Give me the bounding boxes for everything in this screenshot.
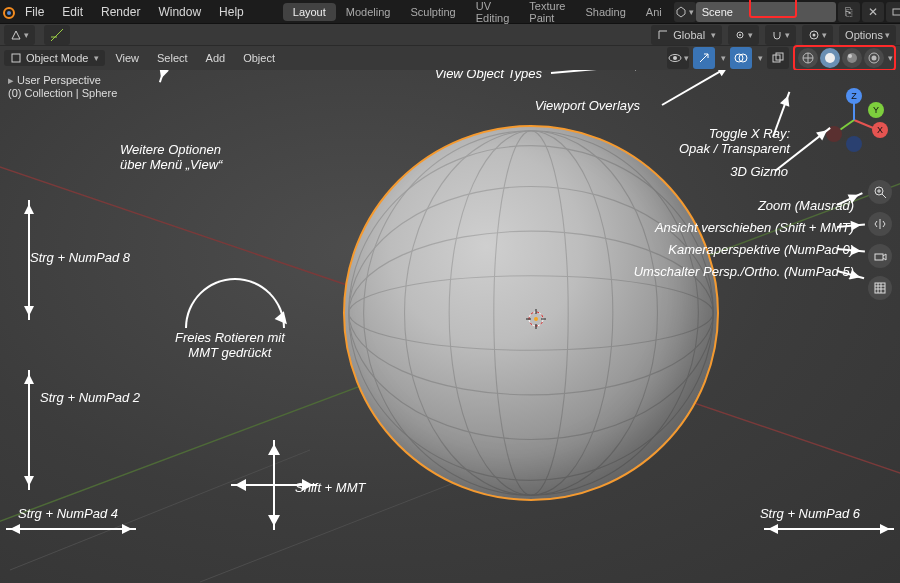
- shading-material-icon[interactable]: [842, 48, 862, 68]
- 3d-cursor-icon: [524, 307, 548, 331]
- shading-rendered-icon[interactable]: [864, 48, 884, 68]
- axis-neg2[interactable]: [846, 136, 862, 152]
- arrow-numpad6: [764, 528, 894, 530]
- tab-texture-paint[interactable]: Texture Paint: [519, 0, 575, 27]
- menu-edit[interactable]: Edit: [53, 5, 92, 19]
- overlays-dropdown[interactable]: ▾: [758, 53, 763, 63]
- svg-rect-2: [893, 9, 900, 15]
- svg-rect-7: [12, 54, 20, 62]
- tab-shading[interactable]: Shading: [575, 3, 635, 21]
- viewport-3d[interactable]: ▸User Perspective (0) Collection | Spher…: [0, 70, 900, 583]
- svg-point-34: [534, 317, 538, 321]
- new-scene-icon[interactable]: ⎘: [838, 2, 860, 22]
- proportional-edit-icon[interactable]: ▾: [802, 25, 833, 45]
- navigation-gizmo[interactable]: Z Y X: [826, 92, 882, 148]
- scene-name-input[interactable]: [696, 2, 836, 22]
- anno-numpad4: Strg + NumPad 4: [18, 506, 118, 521]
- tab-sculpting[interactable]: Sculpting: [400, 3, 465, 21]
- menu-select[interactable]: Select: [149, 49, 196, 67]
- anno-numpad2: Strg + NumPad 2: [40, 390, 140, 405]
- anno-rotate: Freies Rotieren mit MMT gedrückt: [175, 330, 285, 360]
- shading-solid-icon[interactable]: [820, 48, 840, 68]
- menu-view[interactable]: View: [107, 49, 147, 67]
- xray-toggle-icon[interactable]: [767, 47, 789, 69]
- viewport-header-row: ▾ Global▾ ▾ ▾ ▾ Options▾: [0, 24, 900, 46]
- delete-scene-icon[interactable]: ✕: [862, 2, 884, 22]
- anno-view-menu-hint: Weitere Optionen über Menü „View“: [120, 142, 222, 172]
- object-visibility-icon[interactable]: ▾: [667, 47, 689, 69]
- svg-point-6: [813, 33, 816, 36]
- transform-orientation[interactable]: Global▾: [651, 25, 722, 45]
- anno-numpad8: Strg + NumPad 8: [30, 250, 130, 265]
- view-layer-icon[interactable]: [886, 2, 900, 22]
- menu-window[interactable]: Window: [149, 5, 210, 19]
- perspective-label: ▸User Perspective (0) Collection | Spher…: [8, 74, 117, 99]
- anno-camera: Kameraperspektive (NumPad 0): [668, 242, 854, 257]
- mode-selector[interactable]: Object Mode▾: [4, 50, 105, 66]
- arrow-numpad2: [28, 370, 30, 490]
- workspace-tabs: Layout Modeling Sculpting UV Editing Tex…: [283, 0, 672, 27]
- axis-x-icon[interactable]: X: [872, 122, 888, 138]
- snap-icon[interactable]: ▾: [765, 25, 796, 45]
- menu-file[interactable]: File: [16, 5, 53, 19]
- menu-render[interactable]: Render: [92, 5, 149, 19]
- blender-logo-icon: [0, 0, 16, 24]
- orientation-icon[interactable]: [44, 25, 70, 45]
- axis-z-icon[interactable]: Z: [846, 88, 862, 104]
- svg-point-4: [739, 34, 741, 36]
- scene-selector: ▾ ⎘ ✕: [672, 2, 900, 22]
- perspective-toggle-icon[interactable]: [868, 276, 892, 300]
- anno-viewport-overlays: Viewport Overlays: [535, 98, 640, 113]
- top-menu-bar: File Edit Render Window Help Layout Mode…: [0, 0, 900, 24]
- svg-rect-40: [875, 283, 885, 293]
- tab-modeling[interactable]: Modeling: [336, 3, 401, 21]
- anno-shiftmmt: Shift + MMT: [295, 480, 365, 495]
- shading-options-dropdown[interactable]: ▾: [888, 53, 893, 63]
- editor-type-icon[interactable]: ▾: [4, 25, 35, 45]
- svg-point-1: [7, 11, 11, 15]
- svg-rect-39: [875, 254, 883, 260]
- gizmos-toggle-icon[interactable]: [693, 47, 715, 69]
- viewport-subheader: Object Mode▾ View Select Add Object ▾ ▾ …: [0, 46, 900, 70]
- options-dropdown[interactable]: Options▾: [839, 25, 896, 45]
- svg-point-16: [847, 53, 857, 63]
- camera-icon[interactable]: [868, 244, 892, 268]
- viewport-side-buttons: [868, 180, 892, 300]
- anno-persp: Umschalter Persp./Ortho. (NumPad 5): [634, 264, 854, 279]
- anno-zoom: Zoom (Mausrad): [758, 198, 854, 213]
- svg-point-17: [848, 54, 852, 58]
- menu-object[interactable]: Object: [235, 49, 283, 67]
- overlays-toggle-icon[interactable]: [730, 47, 752, 69]
- zoom-icon[interactable]: [868, 180, 892, 204]
- scene-browse-icon[interactable]: ▾: [674, 2, 696, 22]
- tab-animation[interactable]: Ani: [636, 3, 672, 21]
- object-mode-icon: [10, 52, 22, 64]
- menu-help[interactable]: Help: [210, 5, 253, 19]
- anno-numpad6: Strg + NumPad 6: [760, 506, 860, 521]
- axis-y-icon[interactable]: Y: [868, 102, 884, 118]
- anno-view-object-types: View Object Types: [435, 70, 542, 81]
- svg-point-9: [673, 56, 677, 60]
- arrow-numpad4: [6, 528, 136, 530]
- pivot-icon[interactable]: ▾: [728, 25, 759, 45]
- svg-point-15: [825, 53, 835, 63]
- svg-point-19: [872, 56, 877, 61]
- shading-wireframe-icon[interactable]: [798, 48, 818, 68]
- anno-pan: Ansicht verschieben (Shift + MMT): [655, 220, 854, 235]
- tab-layout[interactable]: Layout: [283, 3, 336, 21]
- viewport-shading-group: ▾: [793, 45, 896, 71]
- gizmos-dropdown[interactable]: ▾: [721, 53, 726, 63]
- menu-add[interactable]: Add: [198, 49, 234, 67]
- tab-uv-editing[interactable]: UV Editing: [466, 0, 520, 27]
- pan-icon[interactable]: [868, 212, 892, 236]
